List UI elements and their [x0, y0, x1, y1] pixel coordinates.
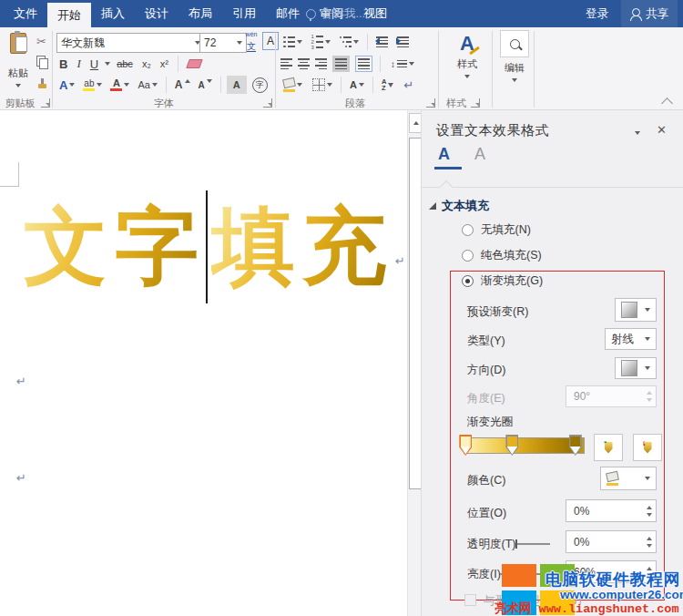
decrease-indent-button[interactable]	[373, 33, 391, 51]
tab-file[interactable]: 文件	[4, 0, 47, 27]
option-solid-fill[interactable]: 纯色填充(S)	[462, 248, 542, 263]
change-case-button[interactable]: Aa	[135, 76, 159, 94]
tab-mailings[interactable]: 邮件	[266, 0, 310, 27]
tab-references[interactable]: 引用	[222, 0, 266, 27]
strikethrough-button[interactable]: abc	[114, 55, 136, 73]
cut-button[interactable]: ✂	[36, 35, 46, 48]
eraser-icon	[186, 59, 203, 68]
phonetic-bottom: 文	[247, 42, 256, 52]
distribute-button[interactable]	[355, 56, 372, 72]
tab-design[interactable]: 设计	[135, 0, 178, 27]
styles-button[interactable]: A 样式	[446, 32, 488, 78]
gradient-text-right[interactable]: 填充	[211, 197, 393, 297]
collapse-triangle-icon	[429, 202, 436, 210]
add-person-icon	[630, 8, 641, 19]
numbering-button[interactable]: 1 2 3	[309, 33, 333, 51]
editing-button[interactable]: 编辑	[497, 30, 532, 82]
tab-text-fill-outline[interactable]: A	[438, 145, 450, 164]
styles-dialog-launcher[interactable]	[471, 98, 480, 108]
font-name-combo[interactable]: 华文新魏	[56, 33, 205, 53]
paste-button[interactable]: 粘贴	[4, 33, 33, 87]
enclose-characters-button[interactable]: 字	[250, 76, 270, 94]
borders-button[interactable]	[310, 76, 335, 94]
character-border-button[interactable]: A	[262, 32, 279, 50]
search-icon	[510, 39, 520, 49]
preset-gradient-dropdown[interactable]	[615, 298, 657, 322]
clear-formatting-button[interactable]	[185, 55, 204, 73]
font-dialog-launcher[interactable]	[263, 98, 272, 108]
tell-me-box[interactable]: 告诉我...	[306, 0, 365, 27]
transparency-spinner[interactable]: 0%	[566, 530, 657, 553]
tell-me-label: 告诉我...	[321, 6, 365, 22]
ribbon: 粘贴 ✂ 剪贴板 华文新魏 72 wén 文 A B I U	[0, 27, 683, 110]
section-text-fill[interactable]: 文本填充	[429, 198, 489, 214]
share-button[interactable]: 共享	[621, 0, 678, 27]
color-dropdown[interactable]	[600, 467, 657, 490]
asian-layout-button[interactable]: A	[347, 76, 367, 94]
tab-home[interactable]: 开始	[47, 3, 91, 27]
shrink-font-button[interactable]: A	[196, 76, 215, 94]
position-label: 位置(O)	[467, 506, 506, 521]
grow-font-button[interactable]: A	[172, 76, 193, 94]
type-dropdown[interactable]: 射线	[605, 328, 657, 350]
tab-layout[interactable]: 布局	[178, 0, 222, 27]
highlight-icon: ab	[83, 79, 95, 91]
transparency-slider[interactable]	[515, 543, 550, 545]
justify-button[interactable]	[332, 56, 350, 72]
remove-gradient-stop-button[interactable]	[633, 434, 662, 461]
gradient-stop-bar[interactable]	[464, 437, 585, 454]
show-marks-button[interactable]: ↵	[401, 76, 416, 94]
collapse-ribbon-button[interactable]	[661, 98, 673, 109]
direction-dropdown[interactable]	[615, 357, 657, 379]
pane-close-button[interactable]: ✕	[657, 124, 667, 136]
sort-icon: AZ	[382, 78, 386, 91]
pane-options-arrow[interactable]	[635, 131, 640, 135]
tab-insert[interactable]: 插入	[91, 0, 135, 27]
transparency-slider-handle[interactable]	[515, 539, 517, 549]
paragraph-dialog-launcher[interactable]	[426, 98, 435, 108]
type-label: 类型(Y)	[467, 334, 505, 349]
bold-button[interactable]: B	[56, 55, 70, 73]
copy-button[interactable]	[36, 56, 48, 72]
styles-icon: A	[460, 32, 474, 56]
clipboard-dialog-launcher[interactable]	[41, 98, 50, 108]
superscript-button[interactable]: x²	[158, 55, 171, 73]
character-shading-button[interactable]: A	[227, 76, 247, 94]
multilevel-list-button[interactable]	[337, 33, 362, 51]
format-painter-button[interactable]	[36, 77, 47, 93]
option-no-fill[interactable]: 无填充(N)	[462, 222, 531, 238]
subscript-button[interactable]: x₂	[139, 55, 154, 73]
highlight-button[interactable]: ab	[80, 76, 105, 94]
italic-button[interactable]: I	[74, 55, 83, 73]
underline-arrow[interactable]	[105, 62, 110, 66]
align-right-button[interactable]	[315, 58, 327, 69]
line-spacing-button[interactable]: ↕	[388, 55, 417, 73]
document-scrollbar[interactable]	[407, 110, 422, 616]
tab-text-effects[interactable]: A	[474, 145, 485, 164]
editing-button-label: 编辑	[497, 61, 532, 75]
rotate-with-shape-checkbox	[464, 594, 476, 606]
option-label: 无填充(N)	[481, 222, 531, 238]
sort-button[interactable]: AZ	[379, 76, 396, 94]
sign-in-button[interactable]: 登录	[586, 6, 608, 22]
increase-indent-button[interactable]	[394, 33, 412, 51]
bullets-button[interactable]	[280, 33, 305, 51]
phonetic-guide-button[interactable]: wén 文	[242, 31, 260, 52]
gradient-stop[interactable]	[505, 435, 518, 456]
underline-button[interactable]: U	[87, 55, 101, 73]
gradient-text-left[interactable]: 文字	[24, 197, 206, 297]
add-gradient-stop-button[interactable]	[594, 434, 623, 461]
text-effects-button[interactable]: A	[56, 76, 77, 94]
position-spinner[interactable]: 0%	[566, 499, 657, 522]
align-center-button[interactable]	[298, 58, 310, 69]
scissors-icon: ✂	[36, 35, 46, 48]
scrollbar-thumb[interactable]	[409, 138, 422, 489]
document-text-line[interactable]: 文字 填充 ↵	[24, 190, 405, 303]
font-color-button[interactable]: A	[107, 76, 132, 94]
gradient-stop[interactable]	[569, 435, 582, 456]
align-left-button[interactable]	[280, 58, 292, 69]
shading-button[interactable]	[280, 76, 305, 94]
font-size-combo[interactable]: 72	[199, 33, 247, 53]
document-canvas[interactable]: 文字 填充 ↵ ↵ ↵	[0, 110, 407, 616]
direction-swatch-icon	[621, 360, 637, 376]
